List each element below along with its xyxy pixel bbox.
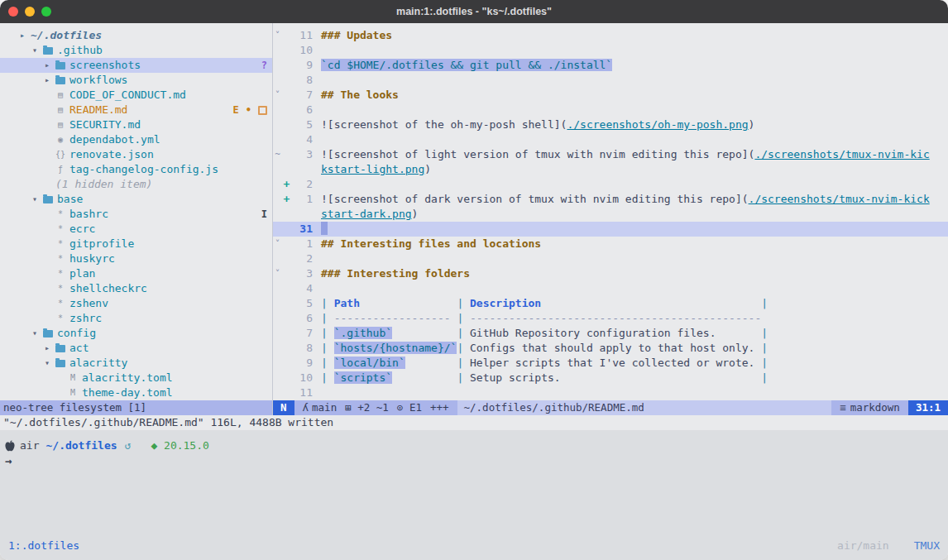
editor-line[interactable]: ˅1## Interesting files and locations — [273, 237, 948, 251]
editor-line[interactable]: +2 — [273, 177, 948, 192]
close-button[interactable] — [8, 7, 18, 17]
text-segment: | — [321, 342, 334, 354]
line-number: 7 — [291, 88, 313, 103]
line-number — [291, 207, 313, 222]
editor-line[interactable]: ˅11### Updates — [273, 28, 948, 43]
text-segment: `scripts` — [334, 371, 392, 384]
editor-line[interactable]: 7| `.github` | GitHub Repository configu… — [273, 326, 948, 341]
expander-icon[interactable]: ▾ — [32, 43, 43, 58]
editor-line[interactable]: 8| `hosts/{hostname}/`| Configs that sho… — [273, 341, 948, 356]
tree-item-plan[interactable]: *plan — [0, 266, 272, 281]
star-file-icon: * — [55, 281, 65, 296]
statusline-extra: +++ — [430, 400, 449, 415]
editor-line[interactable]: 6| ------------------ | ----------------… — [273, 311, 948, 326]
zoom-button[interactable] — [41, 7, 51, 17]
tree-item-tag-changelog-config-js[interactable]: ƒtag-changelog-config.js — [0, 162, 272, 177]
tmux-statusbar: 1:.dotfiles air/main TMUX — [8, 538, 940, 553]
command-message-line: "~/.dotfiles/.github/README.md" 116L, 44… — [0, 415, 948, 430]
git-sign — [282, 43, 291, 58]
filetype-name: markdown — [850, 401, 900, 414]
line-text: ![screenshot of light version of tmux wi… — [321, 147, 948, 162]
fold-marker: ˅ — [273, 88, 282, 103]
tree-item-theme-day-toml[interactable]: Mtheme-day.toml — [0, 385, 272, 400]
tmux-window-name[interactable]: 1:.dotfiles — [8, 538, 79, 553]
expander-icon[interactable]: ▸ — [45, 73, 55, 88]
tree-item-screenshots[interactable]: ▸screenshots? — [0, 58, 272, 73]
git-sign — [282, 356, 291, 371]
prompt-arrow[interactable]: → — [5, 453, 948, 468]
git-sign — [282, 207, 291, 222]
editor-line[interactable]: 5![screenshot of the oh-my-posh shell](.… — [273, 117, 948, 132]
editor-line[interactable]: 9| `local/bin` | Helper scripts that I'v… — [273, 356, 948, 371]
tree-item-security-md[interactable]: ▤SECURITY.md — [0, 117, 272, 132]
tree-item-dependabot-yml[interactable]: ◉dependabot.yml — [0, 132, 272, 147]
editor-line[interactable]: 4 — [273, 281, 948, 296]
gutter-gap — [313, 385, 321, 400]
editor-line[interactable]: 31 — [273, 222, 948, 237]
editor-line[interactable]: 9`cd $HOME/.dotfiles && git pull && ./in… — [273, 58, 948, 73]
editor-line[interactable]: 11 — [273, 385, 948, 400]
star-file-icon: * — [55, 266, 65, 281]
unstaged-icon — [258, 106, 267, 115]
git-sign — [282, 341, 291, 356]
expander-icon[interactable]: ▾ — [32, 192, 43, 207]
expander-icon[interactable]: ▾ — [45, 356, 55, 371]
editor-line[interactable]: +1![screenshot of dark version of tmux w… — [273, 192, 948, 207]
tree-item-config[interactable]: ▾config — [0, 326, 272, 341]
tree-item-zshenv[interactable]: *zshenv — [0, 296, 272, 311]
line-number: 9 — [291, 58, 313, 73]
editor-line[interactable]: 10| `scripts` | Setup scripts. | — [273, 371, 948, 385]
text-segment: ## Interesting files and locations — [321, 237, 541, 250]
line-text — [321, 73, 948, 88]
text-segment: kstart-light.png — [321, 163, 424, 175]
status-badge: ? — [261, 58, 267, 73]
editor-line[interactable]: 5| Path | Description | — [273, 296, 948, 311]
text-segment: ![screenshot of the oh-my-posh shell]( — [321, 118, 567, 131]
git-sign: + — [282, 177, 291, 192]
line-number: 11 — [291, 385, 313, 400]
line-number: 2 — [291, 251, 313, 266]
editor-line[interactable]: ~3![screenshot of light version of tmux … — [273, 147, 948, 162]
tree-item-gitprofile[interactable]: *gitprofile — [0, 237, 272, 251]
editor-line[interactable]: 6 — [273, 103, 948, 117]
editor-line[interactable]: ˅3### Interesting folders — [273, 266, 948, 281]
tree-item-workflows[interactable]: ▸workflows — [0, 73, 272, 88]
editor-line[interactable]: 2 — [273, 251, 948, 266]
expander-icon[interactable]: ▸ — [45, 58, 55, 73]
tree-item-act[interactable]: ▸act — [0, 341, 272, 356]
tree-item-alacritty-toml[interactable]: Malacritty.toml — [0, 371, 272, 385]
tree-item-huskyrc[interactable]: *huskyrc — [0, 251, 272, 266]
tree-item-code-of-conduct-md[interactable]: ▤CODE_OF_CONDUCT.md — [0, 88, 272, 103]
tree-item-renovate-json[interactable]: {}renovate.json — [0, 147, 272, 162]
statusline-git-segment: ʎmain ⊞ +2 ~1 ⊙ E1 +++ — [294, 400, 457, 415]
line-text: | ------------------ | -----------------… — [321, 311, 948, 326]
tree-item-alacritty[interactable]: ▾alacritty — [0, 356, 272, 371]
editor-line[interactable]: 10 — [273, 43, 948, 58]
editor-line[interactable]: 4 — [273, 132, 948, 147]
status-badge: I — [261, 207, 267, 222]
text-segment: ----------------------------------------… — [470, 312, 761, 324]
expander-icon[interactable]: ▾ — [32, 326, 43, 341]
traffic-lights — [8, 7, 51, 17]
nvim-statusline: N ʎmain ⊞ +2 ~1 ⊙ E1 +++ ~/.dotfiles/.gi… — [273, 400, 948, 415]
line-text: | `.github` | GitHub Repository configur… — [321, 326, 948, 341]
expander-icon[interactable]: ▸ — [45, 341, 55, 356]
minimize-button[interactable] — [25, 7, 35, 17]
tree-item-zshrc[interactable]: *zshrc — [0, 311, 272, 326]
tree-item-bashrc[interactable]: *bashrcI — [0, 207, 272, 222]
tree-item-ecrc[interactable]: *ecrc — [0, 222, 272, 237]
editor-line[interactable]: kstart-light.png) — [273, 162, 948, 177]
editor-line[interactable]: ˅7## The looks — [273, 88, 948, 103]
line-number: 1 — [291, 237, 313, 251]
editor-line[interactable]: start-dark.png) — [273, 207, 948, 222]
tree-item-base[interactable]: ▾base — [0, 192, 272, 207]
tree-item-1-hidden-item[interactable]: (1 hidden item) — [0, 177, 272, 192]
tree-item-shellcheckrc[interactable]: *shellcheckrc — [0, 281, 272, 296]
gutter-gap — [313, 147, 321, 162]
tree-item-readme-md[interactable]: ▤README.mdE• — [0, 103, 272, 117]
tree-item-dotfiles[interactable]: ▸~/.dotfiles — [0, 28, 272, 43]
editor-buffer[interactable]: ˅11### Updates109`cd $HOME/.dotfiles && … — [273, 23, 948, 400]
expander-icon[interactable]: ▸ — [20, 28, 31, 43]
tree-item-github[interactable]: ▾.github — [0, 43, 272, 58]
editor-line[interactable]: 8 — [273, 73, 948, 88]
